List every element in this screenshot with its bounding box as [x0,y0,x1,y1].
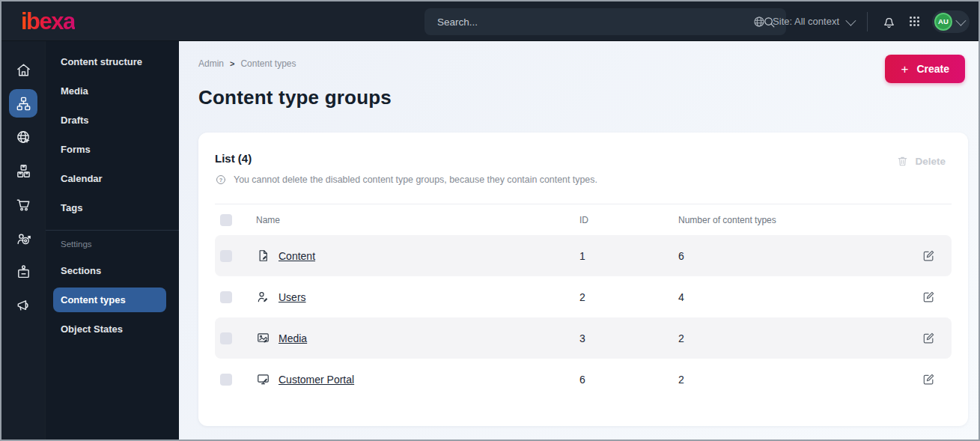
group-content-type-count: 4 [678,291,922,303]
breadcrumb-admin[interactable]: Admin [198,58,224,69]
select-all-checkbox[interactable] [220,214,232,226]
ibexa-logo[interactable]: ibexa [21,10,75,33]
column-header-count: Number of content types [678,215,922,225]
commerce-cart-icon[interactable] [9,190,37,219]
sidebar-item-sections[interactable]: Sections [46,256,179,285]
image-edit-icon [256,331,270,345]
edit-button[interactable] [922,372,952,386]
chevron-down-icon [845,15,856,25]
group-name-link[interactable]: Media [279,332,307,344]
topbar-right-cluster: Site: All context AU [752,1,970,41]
marketing-megaphone-icon[interactable] [9,291,37,320]
group-id: 3 [579,332,678,344]
site-context-selector[interactable]: Site: All context [752,15,853,28]
table-row: Users 2 4 [215,276,952,317]
sidebar: Content structureMediaDraftsFormsCalenda… [45,41,179,440]
avatar: AU [934,13,952,31]
plus-icon: + [901,63,908,76]
topbar: ibexa Site: All context AU [1,1,979,41]
admin-badge-icon[interactable] [9,258,37,286]
sidebar-section-label: Settings [46,237,179,252]
help-icon[interactable] [215,174,227,186]
sidebar-item-media[interactable]: Media [46,76,179,106]
table-row: Content 1 6 [215,235,952,276]
table-header: Name ID Number of content types [215,204,952,235]
notifications-button[interactable] [881,13,897,29]
delete-button-label: Delete [915,156,946,167]
edit-button[interactable] [922,249,952,263]
user-edit-icon [256,290,270,304]
sidebar-item-object-states[interactable]: Object States [46,314,179,344]
globe-icon [752,15,766,28]
group-id: 6 [579,374,678,386]
breadcrumb-separator: > [230,59,234,68]
site-context-label: Site: All context [773,16,839,27]
breadcrumb: Admin > Content types [198,56,967,71]
column-header-name: Name [256,215,579,225]
edit-button[interactable] [922,331,952,345]
delete-button[interactable]: Delete [896,155,946,168]
content-type-groups-card: List (4) You cannot delete the disabled … [198,133,968,426]
sidebar-item-drafts[interactable]: Drafts [46,106,179,135]
site-globe-icon[interactable] [9,123,37,151]
group-id: 1 [579,250,678,262]
trash-icon [896,155,909,168]
file-edit-icon [256,249,270,263]
table-row: Customer Portal 6 2 [215,359,952,400]
group-name-link[interactable]: Content [279,250,315,262]
sidebar-item-content-structure[interactable]: Content structure [46,47,179,76]
app-window: ibexa Site: All context AU [0,0,980,441]
content-tree-icon[interactable] [9,89,37,118]
edit-button[interactable] [922,290,952,304]
main-content: Admin > Content types + Create Content t… [179,41,979,440]
table-row: Media 3 2 [215,317,952,359]
sidebar-divider [46,230,179,231]
search-input[interactable] [424,8,762,35]
topbar-divider [867,12,868,31]
list-title: List (4) [215,152,597,165]
content-type-groups-table: Name ID Number of content types Content … [215,204,952,400]
sidebar-item-forms[interactable]: Forms [46,135,179,164]
sidebar-item-calendar[interactable]: Calendar [46,164,179,193]
row-checkbox[interactable] [220,374,232,386]
sidebar-item-content-types[interactable]: Content types [53,288,166,312]
group-content-type-count: 6 [678,250,922,262]
row-checkbox[interactable] [220,291,232,303]
page-title: Content type groups [198,86,967,115]
create-button-label: Create [916,63,949,75]
breadcrumb-current: Content types [240,58,296,69]
personalization-target-icon[interactable] [9,224,37,252]
apps-grid-button[interactable] [907,14,922,28]
group-name-link[interactable]: Customer Portal [279,374,354,386]
home-icon[interactable] [9,55,37,84]
row-checkbox[interactable] [220,250,232,262]
chevron-down-icon [955,15,966,25]
group-content-type-count: 2 [678,332,922,344]
monitor-edit-icon [256,372,270,386]
row-checkbox[interactable] [220,332,232,344]
sidebar-item-tags[interactable]: Tags [46,193,179,222]
create-button[interactable]: + Create [885,55,965,83]
group-id: 2 [579,291,678,303]
group-content-type-count: 2 [678,374,922,386]
icon-rail [1,41,45,440]
product-catalog-icon[interactable] [9,156,37,185]
user-menu[interactable]: AU [932,10,970,33]
global-search[interactable] [424,8,786,35]
column-header-id: ID [579,215,678,225]
help-text: You cannot delete the disabled content t… [234,174,597,185]
group-name-link[interactable]: Users [279,291,306,303]
